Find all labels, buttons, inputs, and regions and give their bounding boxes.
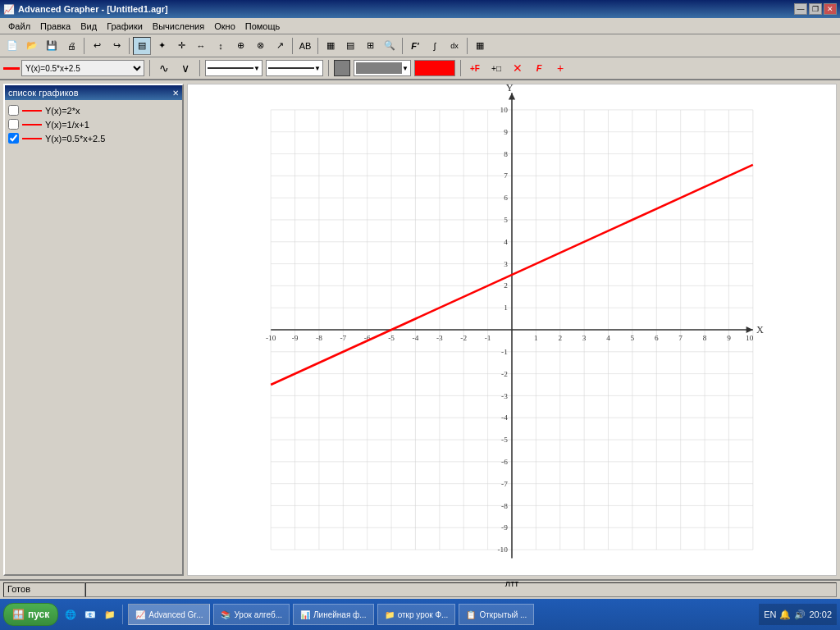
svg-text:6: 6 <box>655 334 659 342</box>
text-btn[interactable]: AB <box>296 37 314 55</box>
move-btn[interactable]: ✛ <box>172 37 190 55</box>
svg-text:-10: -10 <box>266 334 276 342</box>
line-style-dropdown[interactable]: ▼ <box>205 60 262 76</box>
ql-folder[interactable]: 📁 <box>101 605 119 623</box>
tray-time: 20:02 <box>809 609 832 619</box>
taskbar-icon-0: 📈 <box>135 610 145 619</box>
add-rect-btn[interactable]: +□ <box>487 59 505 77</box>
taskbar-label-1: Урок алгеб... <box>234 610 282 619</box>
list-btn[interactable]: ▤ <box>133 37 151 55</box>
menu-file[interactable]: Файл <box>3 20 35 33</box>
window-title: Advanced Grapher - [Untitled1.agr] <box>18 4 168 14</box>
svg-text:-2: -2 <box>460 334 467 342</box>
graph-line-0 <box>22 110 42 112</box>
taskbar-item-1[interactable]: 📚 Урок алгеб... <box>213 604 290 625</box>
add-formula-btn[interactable]: +F <box>466 59 484 77</box>
menu-help[interactable]: Помощь <box>240 20 285 33</box>
taskbar-item-4[interactable]: 📋 Открытый ... <box>459 604 534 625</box>
zoom-y-btn[interactable]: ↕ <box>212 37 230 55</box>
menu-calc[interactable]: Вычисления <box>148 20 209 33</box>
start-icon: 🪟 <box>12 609 25 620</box>
app-icon: 📈 <box>3 4 15 15</box>
grid-btn[interactable]: ⊞ <box>361 37 379 55</box>
quick-launch: 🌐 📧 📁 <box>62 605 125 624</box>
redo-btn[interactable]: ↪ <box>107 37 126 55</box>
print-btn[interactable]: 🖨 <box>62 37 80 55</box>
crosshair-btn[interactable]: ✦ <box>153 37 171 55</box>
search-btn[interactable]: 🔍 <box>381 37 399 55</box>
line-style2-dropdown[interactable]: ▼ <box>266 60 323 76</box>
zoom-out-btn[interactable]: ⊗ <box>251 37 269 55</box>
deriv-btn[interactable]: F' <box>406 37 424 55</box>
fill-square[interactable] <box>334 60 350 76</box>
dx-btn[interactable]: dx <box>445 37 463 55</box>
svg-text:-5: -5 <box>501 436 508 444</box>
svg-text:10: 10 <box>746 334 754 342</box>
sep5 <box>402 38 403 54</box>
calc-btn[interactable]: ▤ <box>341 37 359 55</box>
options-btn[interactable]: ▦ <box>471 37 489 55</box>
app-restore-btn[interactable]: ❐ <box>809 3 822 15</box>
fill-dropdown[interactable]: ▼ <box>354 60 411 76</box>
zoom-x-btn[interactable]: ↔ <box>192 37 210 55</box>
zoom-in-btn[interactable]: ⊕ <box>231 37 249 55</box>
tray-lang: EN <box>764 609 776 619</box>
svg-text:5: 5 <box>631 334 635 342</box>
graph-label-2: Y(x)=0.5*x+2.5 <box>45 134 105 144</box>
wave-btn1[interactable]: ∿ <box>155 59 173 77</box>
app-close-btn[interactable]: ✕ <box>824 3 837 15</box>
tray-area: EN 🔔 🔊 20:02 <box>764 609 832 620</box>
wave-btn2[interactable]: ∨ <box>176 59 194 77</box>
del-formula-btn[interactable]: ✕ <box>509 59 527 77</box>
graph-item-0: Y(x)=2*x <box>8 103 179 117</box>
svg-text:2: 2 <box>504 281 508 290</box>
svg-text:6: 6 <box>504 194 508 202</box>
panel-close-btn[interactable]: ✕ <box>172 89 179 98</box>
sep-f1 <box>149 60 150 76</box>
graph-item-2: Y(x)=0.5*x+2.5 <box>8 131 179 145</box>
open-btn[interactable]: 📂 <box>23 37 41 55</box>
undo-btn[interactable]: ↩ <box>88 37 106 55</box>
svg-text:-2: -2 <box>501 370 508 378</box>
title-bar-left: 📈 Advanced Grapher - [Untitled1.agr] <box>3 4 168 15</box>
save-btn[interactable]: 💾 <box>43 37 61 55</box>
svg-text:-7: -7 <box>501 480 508 488</box>
graph-checkbox-0[interactable] <box>8 105 19 116</box>
system-tray: EN 🔔 🔊 20:02 <box>759 604 837 625</box>
svg-text:-3: -3 <box>436 334 443 342</box>
sep4 <box>317 38 318 54</box>
menu-graphs[interactable]: Графики <box>102 20 148 33</box>
app-minimize-btn[interactable]: — <box>794 3 807 15</box>
graph-area[interactable]: X Y -10 -9 -8 -7 -6 -5 -4 -3 -2 -1 1 2 3… <box>187 84 837 576</box>
formula-btn[interactable]: F <box>530 59 548 77</box>
graph-checkbox-1[interactable] <box>8 119 19 130</box>
sep6 <box>467 38 468 54</box>
formula-select[interactable]: Y(x)=0.5*x+2.5 <box>21 60 144 76</box>
graph-checkbox-2[interactable] <box>8 133 19 144</box>
svg-text:-9: -9 <box>501 523 508 532</box>
menu-view[interactable]: Вид <box>75 20 102 33</box>
title-bar-controls: — ❐ ✕ <box>794 3 837 15</box>
integral-btn[interactable]: ∫ <box>426 37 444 55</box>
svg-text:4: 4 <box>504 238 508 246</box>
svg-text:9: 9 <box>504 128 508 136</box>
graph-list-panel: список графиков ✕ Y(x)=2*x Y(x)=1/x+1 Y(… <box>3 84 184 576</box>
tray-icon1: 🔔 <box>779 609 791 620</box>
taskbar-label-2: Линейная ф... <box>313 610 367 619</box>
ql-email[interactable]: 📧 <box>81 605 99 623</box>
taskbar-item-3[interactable]: 📁 откр урок Ф... <box>377 604 456 625</box>
taskbar-item-0[interactable]: 📈 Advanced Gr... <box>128 604 210 625</box>
table-btn[interactable]: ▦ <box>322 37 340 55</box>
new-btn[interactable]: 📄 <box>3 37 21 55</box>
svg-text:-4: -4 <box>501 413 508 422</box>
sep3 <box>292 38 293 54</box>
add-more-btn[interactable]: + <box>551 59 569 77</box>
menu-window[interactable]: Окно <box>209 20 240 33</box>
svg-text:-1: -1 <box>501 348 508 356</box>
ql-browser[interactable]: 🌐 <box>62 605 80 623</box>
taskbar-item-2[interactable]: 📊 Линейная ф... <box>293 604 374 625</box>
start-button[interactable]: 🪟 пуск <box>3 603 58 626</box>
color-swatch[interactable] <box>414 60 455 76</box>
fit-btn[interactable]: ↗ <box>271 37 289 55</box>
menu-edit[interactable]: Правка <box>35 20 75 33</box>
